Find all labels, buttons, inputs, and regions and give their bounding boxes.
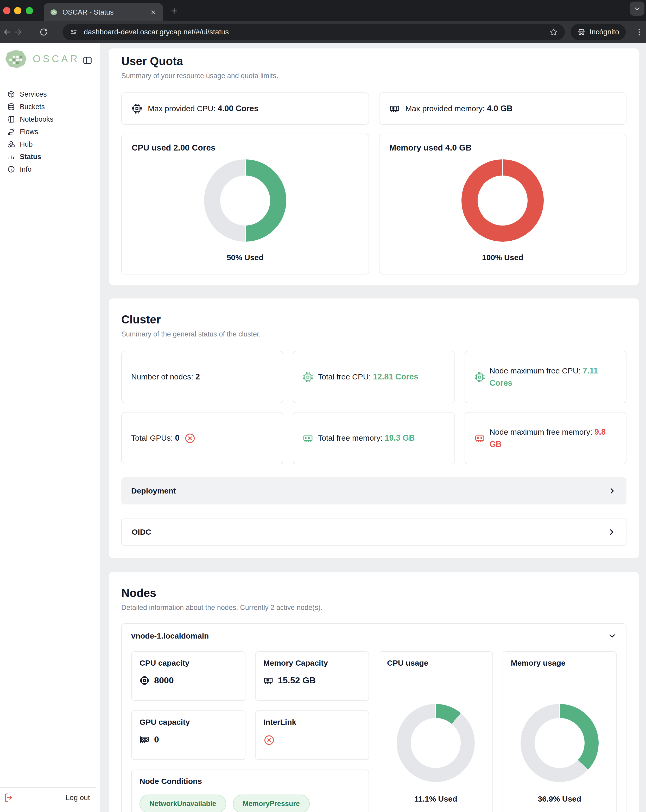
node-max-free-memory-label: Node maximum free memory: — [489, 427, 593, 436]
sidebar-item-notebooks[interactable]: Notebooks — [0, 113, 100, 125]
memory-used-donut — [462, 159, 544, 242]
sidebar-item-buckets[interactable]: Buckets — [0, 101, 100, 113]
chevron-right-icon — [608, 487, 617, 495]
oscar-logo-icon — [4, 49, 29, 69]
sidebar-item-hub[interactable]: Hub — [0, 138, 100, 151]
max-cpu-value: 4.00 Cores — [218, 104, 259, 113]
condition-badge-networkunavailable: NetworkUnavailable — [140, 795, 226, 812]
cpu-usage-donut — [397, 704, 475, 782]
chevron-right-icon — [607, 528, 616, 536]
node-accordion-header[interactable]: vnode-1.localdomain — [122, 624, 626, 648]
user-quota-subtitle: Summary of your resource usage and quota… — [121, 72, 626, 80]
back-icon[interactable] — [3, 27, 12, 37]
cpu-used-title: CPU used 2.00 Cores — [132, 143, 359, 153]
total-free-memory-label: Total free memory: — [318, 433, 382, 442]
memory-usage-caption: 36.9% Used — [511, 795, 608, 803]
nodes-subtitle: Detailed information about the nodes. Cu… — [121, 604, 626, 612]
tab-title: OSCAR - Status — [62, 8, 114, 17]
sidebar-item-services[interactable]: Services — [0, 88, 100, 101]
sidebar-item-info[interactable]: Info — [0, 163, 100, 176]
gpu-capacity-card: GPU capacity 0 — [131, 710, 245, 760]
memory-capacity-value: 15.52 GB — [278, 675, 316, 685]
database-icon — [7, 103, 15, 111]
route-icon — [7, 128, 15, 136]
oidc-label: OIDC — [132, 528, 151, 536]
sidebar: OSCAR Services Buckets Not — [0, 43, 100, 812]
cpu-usage-caption: 11.1% Used — [387, 795, 484, 803]
sidebar-item-flows[interactable]: Flows — [0, 125, 100, 138]
window-chevron-button[interactable] — [630, 2, 644, 15]
interlink-card: InterLink — [255, 710, 369, 760]
sidebar-item-label: Info — [20, 165, 32, 174]
sidebar-nav: Services Buckets Notebooks Flows — [0, 88, 100, 176]
chevron-down-icon — [608, 632, 617, 640]
gpu-icon — [140, 735, 149, 745]
bookmark-star-icon[interactable] — [549, 27, 558, 37]
tab-close-icon[interactable] — [150, 9, 157, 15]
memory-icon — [264, 676, 273, 685]
site-info-icon[interactable] — [69, 27, 78, 37]
condition-badge-memorypressure: MemoryPressure — [233, 795, 310, 812]
logout-button[interactable]: Log out — [4, 793, 90, 803]
memory-usage-card: Memory usage 36.9% Used — [503, 651, 617, 812]
cluster-section: Cluster Summary of the general status of… — [109, 298, 639, 558]
node-conditions-label: Node Conditions — [140, 777, 361, 786]
url-bar[interactable]: dashboard-devel.oscar.grycap.net/#/ui/st… — [62, 24, 565, 40]
browser-tab[interactable]: OSCAR - Status — [44, 3, 163, 21]
total-gpus-card: Total GPUs: 0 — [121, 412, 283, 464]
node-details: CPU capacity 8000 Memory Capacity — [122, 648, 626, 812]
user-quota-title: User Quota — [121, 55, 626, 68]
sidebar-item-label: Notebooks — [20, 115, 53, 124]
new-tab-button[interactable] — [170, 6, 178, 15]
oscar-favicon-icon — [50, 9, 58, 15]
max-cpu-card: Max provided CPU: 4.00 Cores — [121, 92, 369, 125]
memory-capacity-label: Memory Capacity — [264, 659, 361, 667]
max-cpu-label: Max provided CPU: — [148, 104, 215, 113]
sidebar-item-label: Buckets — [20, 103, 45, 111]
cpu-usage-label: CPU usage — [387, 659, 484, 667]
nodes-count-card: Number of nodes: 2 — [121, 351, 283, 403]
window-zoom-button[interactable] — [26, 7, 33, 14]
brand: OSCAR — [4, 49, 80, 69]
cpu-icon — [132, 104, 142, 114]
user-quota-section: User Quota Summary of your resource usag… — [109, 49, 639, 285]
node-conditions-card: Node Conditions NetworkUnavailable Memor… — [131, 769, 369, 812]
browser-menu-icon[interactable] — [635, 27, 644, 37]
max-memory-label: Max provided memory: — [405, 104, 485, 113]
node-max-free-memory-card: Node maximum free memory: 9.8 GB — [465, 412, 626, 464]
circle-x-icon — [264, 734, 275, 746]
cpu-icon — [474, 372, 485, 382]
tab-strip: OSCAR - Status — [0, 0, 646, 21]
node-accordion-vnode-1: vnode-1.localdomain CPU capacity 8000 — [121, 623, 626, 812]
reload-icon[interactable] — [39, 27, 49, 37]
cpu-used-card: CPU used 2.00 Cores 50% Used — [121, 134, 369, 275]
info-icon — [7, 165, 15, 173]
total-free-cpu-label: Total free CPU: — [318, 372, 371, 381]
forward-icon[interactable] — [14, 27, 23, 37]
total-free-memory-card: Total free memory: 19.3 GB — [293, 412, 455, 464]
nodes-count-value: 2 — [195, 372, 200, 381]
node-max-free-cpu-card: Node maximum free CPU: 7.11 Cores — [465, 351, 626, 403]
total-gpus-value: 0 — [175, 433, 179, 443]
cpu-capacity-value: 8000 — [154, 675, 174, 685]
window-minimize-button[interactable] — [14, 7, 21, 14]
logout-icon — [4, 793, 14, 803]
total-free-cpu-value: 12.81 Cores — [373, 372, 418, 381]
sidebar-item-label: Hub — [20, 140, 33, 148]
cpu-capacity-card: CPU capacity 8000 — [131, 651, 245, 701]
oidc-accordion[interactable]: OIDC — [121, 519, 626, 546]
window-close-button[interactable] — [3, 7, 11, 14]
nodes-count-label: Number of nodes: — [131, 372, 193, 381]
cpu-icon — [303, 372, 313, 382]
memory-icon — [389, 104, 400, 114]
sidebar-toggle-button[interactable] — [82, 55, 93, 66]
divider — [0, 787, 96, 788]
boxes-icon — [7, 140, 15, 148]
memory-used-caption: 100% Used — [389, 253, 616, 262]
total-free-cpu-card: Total free CPU: 12.81 Cores — [293, 351, 455, 403]
deployment-accordion[interactable]: Deployment — [121, 477, 626, 504]
brand-text: OSCAR — [33, 53, 80, 64]
logout-label: Log out — [66, 794, 90, 802]
browser-window: OSCAR - Status dashboard-devel.oscar.gry… — [0, 0, 646, 812]
sidebar-item-status[interactable]: Status — [0, 151, 100, 163]
